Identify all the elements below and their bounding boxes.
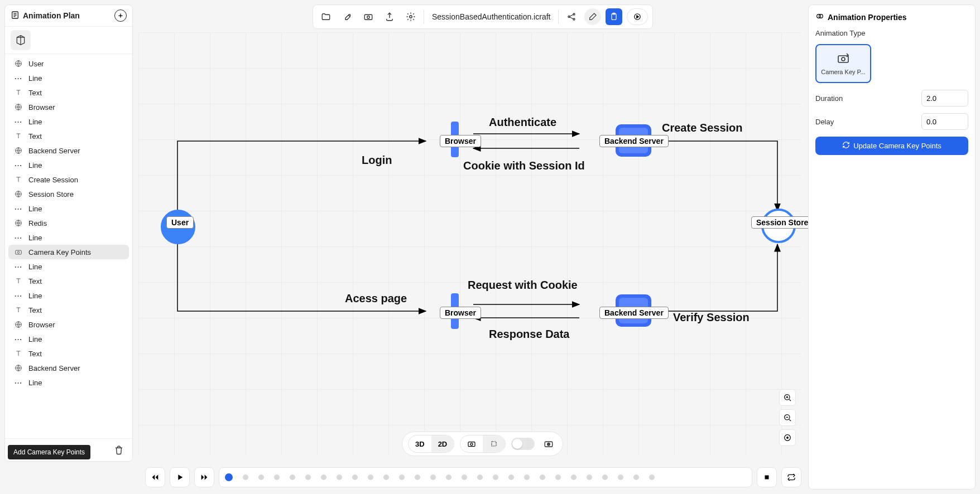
svg-point-21	[573, 18, 575, 20]
timeline-keyframe[interactable]	[649, 474, 655, 480]
mode-2d[interactable]: 2D	[431, 435, 454, 452]
plan-item[interactable]: Redis	[8, 216, 129, 230]
document-icon	[11, 11, 20, 21]
separator	[424, 9, 424, 24]
plan-item[interactable]: Text	[8, 303, 129, 317]
timeline-keyframe[interactable]	[415, 474, 420, 480]
timeline-keyframe[interactable]	[274, 474, 280, 480]
share-icon[interactable]	[563, 8, 580, 25]
timeline-forward-button[interactable]	[194, 467, 214, 487]
plan-item[interactable]: Browser	[8, 100, 129, 114]
timeline-keyframe[interactable]	[602, 474, 608, 480]
plan-item[interactable]: ···Line	[8, 288, 129, 303]
timeline-keyframe[interactable]	[571, 474, 577, 480]
plan-item[interactable]: Backend Server	[8, 143, 129, 158]
clipboard-icon[interactable]	[606, 8, 622, 25]
dots-icon: ···	[14, 335, 23, 343]
type-card[interactable]: Camera Key P...	[815, 44, 871, 83]
timeline-keyframe[interactable]	[508, 474, 514, 480]
timeline-stop-button[interactable]	[757, 467, 777, 487]
recenter-button[interactable]	[779, 429, 796, 446]
plan-item[interactable]: ···Line	[8, 114, 129, 129]
timeline-keyframe[interactable]	[399, 474, 405, 480]
timeline-keyframe[interactable]	[321, 474, 326, 480]
timeline-keyframe[interactable]	[462, 474, 467, 480]
globe-icon	[14, 59, 23, 68]
plan-item[interactable]: Text	[8, 274, 129, 288]
eraser-icon[interactable]	[584, 8, 601, 25]
mode-3d[interactable]: 3D	[409, 435, 431, 452]
timeline-keyframe[interactable]	[446, 474, 451, 480]
authenticate-text: Authenticate	[489, 116, 556, 129]
user-label: User	[166, 216, 194, 229]
zoom-controls	[779, 389, 796, 446]
zoom-out-button[interactable]	[779, 409, 796, 426]
timeline-keyframe[interactable]	[493, 474, 498, 480]
timeline-track[interactable]	[219, 467, 752, 487]
pen-icon[interactable]	[339, 8, 356, 25]
plan-item[interactable]: Text	[8, 85, 129, 100]
plan-item[interactable]: Session Store	[8, 187, 129, 201]
timeline-keyframe[interactable]	[368, 474, 373, 480]
backend-label-2: Backend Server	[599, 307, 669, 319]
timeline-keyframe[interactable]	[243, 474, 248, 480]
play-button[interactable]	[627, 8, 648, 25]
plan-item[interactable]: Backend Server	[8, 361, 129, 375]
plan-item[interactable]: ···Line	[8, 158, 129, 172]
snapshot-icon[interactable]	[460, 435, 483, 452]
camera-icon[interactable]	[360, 8, 377, 25]
timeline-keyframe[interactable]	[305, 474, 311, 480]
plan-item[interactable]: ···Line	[8, 375, 129, 390]
svg-rect-27	[492, 442, 496, 446]
plan-item[interactable]: ···Line	[8, 71, 129, 85]
timeline-keyframe[interactable]	[587, 474, 592, 480]
timeline-keyframe[interactable]	[555, 474, 561, 480]
plan-item[interactable]: ···Line	[8, 259, 129, 274]
plan-item[interactable]: Browser	[8, 317, 129, 332]
timeline-keyframe[interactable]	[477, 474, 483, 480]
view-toolbar: 3D 2D	[402, 432, 563, 456]
animation-plan-sidebar: Animation Plan User···LineTextBrowser···…	[4, 4, 133, 462]
timeline-play-button[interactable]	[170, 467, 190, 487]
update-camera-button[interactable]: Update Camera Key Points	[815, 137, 968, 155]
zoom-in-button[interactable]	[779, 389, 796, 406]
access-text: Acess page	[345, 292, 407, 305]
text-icon	[14, 277, 23, 285]
timeline-keyframe[interactable]	[352, 474, 358, 480]
plan-item[interactable]: ···Line	[8, 230, 129, 245]
select-icon[interactable]	[483, 435, 505, 452]
plan-item[interactable]: User	[8, 56, 129, 71]
timeline-rewind-button[interactable]	[145, 467, 165, 487]
timeline-keyframe[interactable]	[524, 474, 530, 480]
cube-button[interactable]	[11, 30, 31, 50]
plan-item-label: Line	[28, 263, 42, 271]
plan-item[interactable]: ···Line	[8, 332, 129, 346]
timeline-keyframe[interactable]	[430, 474, 436, 480]
upload-icon[interactable]	[381, 8, 398, 25]
text-icon	[14, 132, 23, 141]
timeline-keyframe[interactable]	[618, 474, 623, 480]
delete-icon[interactable]	[112, 443, 126, 457]
timeline-loop-button[interactable]	[781, 467, 801, 487]
delay-input[interactable]: 0.0	[921, 113, 968, 130]
folder-icon[interactable]	[318, 8, 334, 25]
duration-input[interactable]: 2.0	[921, 90, 968, 106]
timeline-keyframe[interactable]	[633, 474, 639, 480]
plan-item[interactable]: Text	[8, 129, 129, 143]
add-plan-button[interactable]	[114, 9, 127, 22]
settings-icon[interactable]	[402, 8, 419, 25]
timeline-keyframe[interactable]	[225, 473, 233, 481]
timeline-keyframe[interactable]	[258, 474, 264, 480]
view-toggle[interactable]	[511, 438, 535, 450]
diagram-arrows	[138, 32, 801, 455]
plan-item[interactable]: ···Line	[8, 201, 129, 216]
focus-camera-icon[interactable]	[540, 435, 557, 452]
plan-item[interactable]: Text	[8, 346, 129, 361]
plan-item[interactable]: Create Session	[8, 172, 129, 187]
timeline-keyframe[interactable]	[290, 474, 295, 480]
canvas[interactable]: User Browser Backend Server Session Stor…	[138, 32, 801, 455]
plan-item[interactable]: Camera Key Points	[8, 245, 129, 259]
timeline-keyframe[interactable]	[383, 474, 389, 480]
timeline-keyframe[interactable]	[337, 474, 342, 480]
timeline-keyframe[interactable]	[540, 474, 545, 480]
